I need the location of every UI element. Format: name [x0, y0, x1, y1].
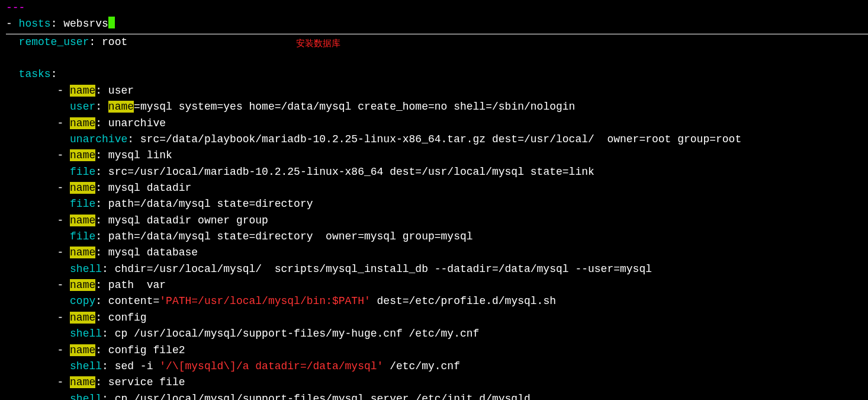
- module-args: =mysql system=yes home=/data/mysql creat…: [134, 101, 575, 113]
- remote-user-line: remote_user: root: [6, 34, 868, 50]
- task-module-line: shell: chdir=/usr/local/mysql/ scripts/m…: [6, 261, 868, 277]
- module-key: user: [70, 101, 95, 113]
- module-key: file: [70, 166, 95, 178]
- task-name-line: - name: config: [6, 310, 868, 326]
- remote-user-key: remote_user: [19, 36, 89, 48]
- editor-screen[interactable]: --- - hosts: websrvs remote_user: root t…: [0, 0, 868, 400]
- task-module-line: shell: cp /usr/local/mysql/support-files…: [6, 326, 868, 342]
- module-args: src=/usr/local/mariadb-10.2.25-linux-x86…: [108, 166, 594, 178]
- task-name-line: - name: config file2: [6, 343, 868, 359]
- name-value: mysql link: [108, 149, 172, 161]
- name-value: mysql datadir owner group: [108, 215, 268, 226]
- hosts-value: websrvs: [63, 18, 108, 30]
- task-name-line: - name: user: [6, 83, 868, 99]
- task-name-line: - name: mysql datadir owner group: [6, 213, 868, 229]
- module-arg-key: name: [108, 101, 134, 113]
- module-args-suffix: dest=/etc/profile.d/mysql.sh: [371, 295, 556, 307]
- task-module-line: user: name=mysql system=yes home=/data/m…: [6, 99, 868, 115]
- module-args: cp /usr/local/mysql/support-files/mysql.…: [115, 393, 531, 400]
- module-key: shell: [70, 328, 102, 340]
- name-key: name: [70, 117, 95, 129]
- tasks-key: tasks: [19, 68, 51, 80]
- name-value: user: [108, 85, 134, 97]
- yaml-doc-start: ---: [6, 0, 868, 16]
- name-value: path var: [108, 279, 166, 291]
- module-args-string: '/\[mysqld\]/a datadir=/data/mysql': [159, 360, 383, 372]
- module-args-prefix: sed -i: [115, 360, 160, 372]
- cursor: [108, 17, 115, 28]
- task-name-line: - name: unarchive: [6, 116, 868, 132]
- blank-line: [6, 50, 868, 66]
- module-key: shell: [70, 263, 102, 275]
- task-module-line: unarchive: src=/data/playbook/mariadb-10…: [6, 132, 868, 148]
- task-module-line: file: src=/usr/local/mariadb-10.2.25-lin…: [6, 164, 868, 180]
- task-module-line: copy: content='PATH=/usr/local/mysql/bin…: [6, 293, 868, 309]
- name-value: mysql datadir: [108, 182, 191, 194]
- module-args-string: 'PATH=/usr/local/mysql/bin:$PATH': [159, 295, 370, 307]
- name-key: name: [70, 215, 95, 226]
- module-args: src=/data/playbook/mariadb-10.2.25-linux…: [140, 133, 741, 145]
- name-value: config: [108, 312, 147, 324]
- module-args: path=/data/mysql state=directory owner=m…: [108, 231, 473, 242]
- module-args-prefix: content=: [108, 295, 159, 307]
- name-key: name: [70, 376, 95, 388]
- module-args: path=/data/mysql state=directory: [108, 198, 313, 210]
- name-key: name: [70, 85, 95, 97]
- task-name-line: - name: mysql link: [6, 148, 868, 164]
- module-key: unarchive: [70, 133, 127, 145]
- task-name-line: - name: path var: [6, 277, 868, 293]
- hosts-key: hosts: [19, 18, 51, 30]
- name-key: name: [70, 149, 95, 161]
- module-key: shell: [70, 393, 102, 400]
- task-module-line: shell: cp /usr/local/mysql/support-files…: [6, 391, 868, 400]
- name-key: name: [70, 279, 95, 291]
- task-name-line: - name: mysql database: [6, 245, 868, 261]
- tasks-line: tasks:: [6, 66, 868, 82]
- annotation-label: 安装数据库: [296, 37, 340, 50]
- name-value: service file: [108, 376, 185, 388]
- name-value: unarchive: [108, 117, 166, 129]
- name-value: config file2: [108, 344, 185, 356]
- task-module-line: file: path=/data/mysql state=directory o…: [6, 229, 868, 245]
- module-args: chdir=/usr/local/mysql/ scripts/mysql_in…: [115, 263, 652, 275]
- module-key: shell: [70, 360, 102, 372]
- module-key: copy: [70, 295, 95, 307]
- module-key: file: [70, 231, 95, 242]
- name-key: name: [70, 312, 95, 324]
- task-module-line: shell: sed -i '/\[mysqld\]/a datadir=/da…: [6, 359, 868, 375]
- name-value: mysql database: [108, 247, 198, 258]
- task-name-line: - name: mysql datadir: [6, 180, 868, 196]
- task-name-line: - name: service file: [6, 375, 868, 391]
- module-key: file: [70, 198, 95, 210]
- remote-user-value: root: [102, 36, 127, 48]
- name-key: name: [70, 247, 95, 258]
- name-key: name: [70, 344, 95, 356]
- task-module-line: file: path=/data/mysql state=directory: [6, 196, 868, 212]
- module-args: cp /usr/local/mysql/support-files/my-hug…: [115, 328, 480, 340]
- name-key: name: [70, 182, 95, 194]
- module-args-suffix: /etc/my.cnf: [383, 360, 460, 372]
- yaml-dashes: ---: [6, 2, 25, 14]
- hosts-line: - hosts: websrvs: [6, 16, 868, 32]
